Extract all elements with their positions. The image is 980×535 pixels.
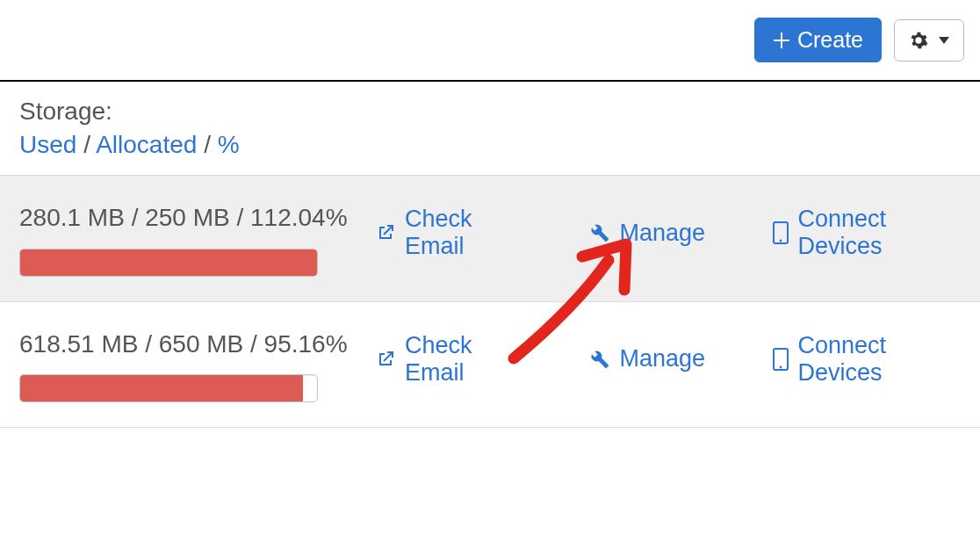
connect-devices-link[interactable]: Connect Devices [772,332,962,387]
table-row: 280.1 MB / 250 MB / 112.04%Check EmailMa… [0,176,980,302]
settings-button[interactable] [894,19,964,61]
connect-devices-label: Connect Devices [798,332,962,387]
plus-icon [773,32,790,49]
actions-cell: Check EmailManageConnect Devices [375,327,961,387]
sort-allocated-link[interactable]: Allocated [96,131,197,158]
storage-progress [19,249,318,277]
create-button[interactable]: Create [754,18,882,62]
manage-label: Manage [619,345,705,372]
external-link-icon [375,349,396,370]
check-email-link[interactable]: Check Email [375,206,525,260]
svg-point-3 [779,365,782,368]
check-email-label: Check Email [405,206,525,260]
check-email-label: Check Email [405,332,525,387]
svg-point-1 [779,240,782,242]
storage-progress-bar [20,375,303,401]
storage-text: 280.1 MB / 250 MB / 112.04% [19,200,375,236]
mobile-icon [772,348,789,371]
connect-devices-link[interactable]: Connect Devices [772,206,962,260]
manage-link[interactable]: Manage [589,345,705,372]
actions-cell: Check EmailManageConnect Devices [375,200,961,260]
gear-icon [909,31,928,50]
connect-devices-label: Connect Devices [798,206,962,260]
external-link-icon [375,222,396,243]
storage-cell: 280.1 MB / 250 MB / 112.04% [19,200,375,277]
header-sort-links: Used / Allocated / % [19,131,961,159]
table-row: 618.51 MB / 650 MB / 95.16%Check EmailMa… [0,302,980,429]
manage-label: Manage [619,220,705,247]
column-header-storage: Storage: Used / Allocated / % [0,82,980,176]
create-button-label: Create [797,29,863,51]
chevron-down-icon [939,37,949,44]
storage-text: 618.51 MB / 650 MB / 95.16% [19,327,375,363]
wrench-icon [589,349,610,370]
manage-link[interactable]: Manage [589,220,705,247]
sort-percent-link[interactable]: % [218,131,240,158]
storage-progress [19,374,318,402]
storage-rows: 280.1 MB / 250 MB / 112.04%Check EmailMa… [0,176,980,428]
storage-cell: 618.51 MB / 650 MB / 95.16% [19,327,375,403]
storage-progress-bar [20,249,317,276]
mobile-icon [772,221,789,244]
check-email-link[interactable]: Check Email [375,332,525,387]
wrench-icon [589,222,610,243]
header-title: Storage: [19,98,961,126]
top-bar: Create [0,0,980,82]
sort-used-link[interactable]: Used [19,131,76,158]
